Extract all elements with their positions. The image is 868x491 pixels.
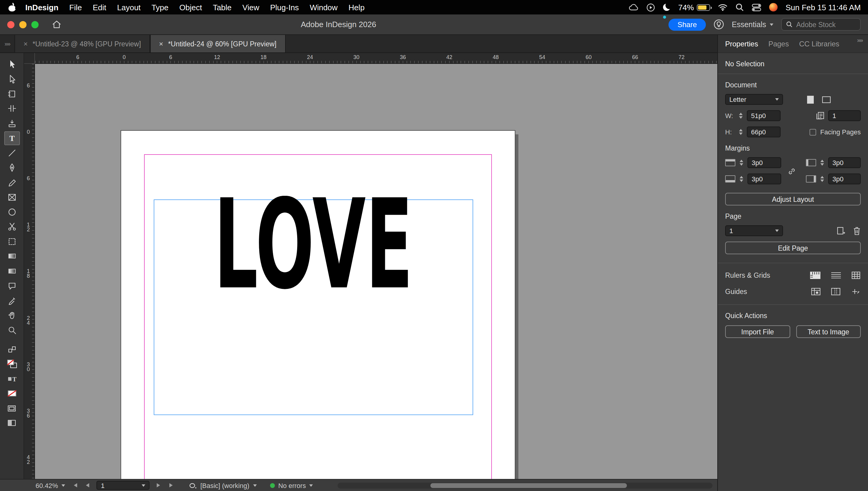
link-margins-icon[interactable] [788,168,796,176]
menu-item[interactable]: Window [304,3,343,12]
creative-cloud-icon[interactable] [629,3,638,11]
selection-tool[interactable] [4,57,20,71]
bottom-margin-stepper[interactable] [738,176,745,182]
gradient-feather-tool[interactable] [4,264,20,278]
horizontal-scrollbar[interactable] [338,483,712,489]
home-icon[interactable] [52,20,61,29]
menu-item[interactable]: Type [146,3,174,12]
tab-properties[interactable]: Properties [725,39,758,48]
content-collector-tool[interactable] [4,116,20,130]
previous-page-button[interactable] [83,481,92,490]
free-transform-tool[interactable] [4,234,20,248]
type-tool[interactable]: T [4,131,20,145]
apple-menu-icon[interactable] [8,3,16,12]
baseline-grid-icon[interactable] [831,271,841,280]
fill-stroke-swatches[interactable] [4,357,20,371]
formatting-affects-icons[interactable]: T [4,372,20,385]
pages-count-field[interactable]: 1 [828,110,861,121]
text-frame[interactable]: LOVE [154,199,473,415]
width-field[interactable]: 51p0 [747,110,781,121]
show-rulers-icon[interactable] [810,271,821,280]
import-file-button[interactable]: Import File [725,325,790,338]
close-tab-icon[interactable]: × [24,40,28,47]
text-to-image-button[interactable]: Text to Image [796,325,861,338]
control-center-icon[interactable] [752,3,761,11]
height-field[interactable]: 66p0 [747,126,781,137]
workspace-switcher[interactable]: Essentials [732,20,773,29]
height-stepper[interactable] [738,129,744,135]
menu-item[interactable]: View [237,3,264,12]
app-menu-indesign[interactable]: InDesign [20,3,64,12]
horizontal-ruler[interactable]: 6061218243036424854606672 [35,53,717,64]
menu-item[interactable]: Table [207,3,237,12]
minimize-window-button[interactable] [19,21,27,28]
left-margin-field[interactable]: 3p0 [828,157,861,168]
delete-page-trash-icon[interactable] [853,226,861,235]
rectangle-frame-tool[interactable] [4,190,20,204]
page-number-field[interactable]: 1 [97,481,150,490]
media-play-icon[interactable] [646,3,655,12]
top-margin-stepper[interactable] [738,160,745,166]
note-tool[interactable] [4,279,20,292]
right-margin-stepper[interactable] [819,176,825,182]
facing-pages-checkbox[interactable] [809,128,816,135]
screen-mode-icon[interactable] [4,401,20,415]
document-tab-untitled-24[interactable]: × *Untitled-24 @ 60% [GPU Preview] [150,35,286,52]
add-page-icon[interactable] [837,226,846,235]
menu-item[interactable]: Layout [112,3,146,12]
close-window-button[interactable] [7,21,15,28]
top-margin-field[interactable]: 3p0 [748,157,781,168]
document-grid-icon[interactable] [851,271,861,280]
edit-page-button[interactable]: Edit Page [725,241,861,254]
horizontal-scrollbar-thumb[interactable] [430,483,627,488]
first-page-button[interactable] [70,481,79,490]
ellipse-tool[interactable] [4,205,20,219]
menu-item[interactable]: Edit [87,3,112,12]
zoom-window-button[interactable] [31,21,38,28]
tab-overflow-chevrons-icon[interactable]: »» [0,35,15,52]
menu-item[interactable]: Object [174,3,207,12]
adjust-layout-button[interactable]: Adjust Layout [725,193,861,205]
line-tool[interactable] [4,146,20,160]
tab-pages[interactable]: Pages [768,39,789,48]
pen-tool[interactable] [4,161,20,174]
preview-mode-icon[interactable] [4,416,20,430]
focus-moon-icon[interactable] [663,4,670,11]
spotlight-search-icon[interactable] [735,3,744,11]
menu-item[interactable]: Plug-Ins [264,3,304,12]
tab-cc-libraries[interactable]: CC Libraries [799,39,839,48]
right-margin-field[interactable]: 3p0 [828,174,861,184]
smart-guides-icon[interactable] [850,287,861,296]
zoom-tool[interactable] [4,323,20,337]
menu-item[interactable]: Help [343,3,370,12]
preflight-status[interactable]: No errors [270,482,313,489]
discover-lightbulb-icon[interactable] [714,19,724,30]
share-button[interactable]: Share [669,18,706,30]
adobe-stock-search-input[interactable]: Adobe Stock [781,18,861,31]
next-page-button[interactable] [155,481,163,490]
current-page-select[interactable]: 1 [725,225,783,236]
width-stepper[interactable] [738,113,744,119]
preflight-menu[interactable]: [Basic] (working) [190,482,257,489]
colorful-app-icon[interactable] [769,3,778,11]
menu-bar-clock[interactable]: Sun Feb 15 11:46 AM [785,3,861,12]
close-tab-icon[interactable]: × [159,40,163,47]
gap-tool[interactable] [4,102,20,115]
bottom-margin-field[interactable]: 3p0 [748,174,781,184]
vertical-ruler[interactable]: 6061 21 82 43 03 64 2 [24,64,35,479]
column-guides-icon[interactable] [831,287,841,296]
panel-collapse-chevrons-icon[interactable]: »» [857,37,863,44]
pencil-tool[interactable] [4,175,20,189]
eyedropper-tool[interactable] [4,293,20,307]
page-size-select[interactable]: Letter [725,94,783,105]
document-page[interactable]: LOVE [121,131,515,479]
landscape-orientation-icon[interactable] [821,95,831,103]
show-guides-icon[interactable] [811,287,821,296]
document-tab-untitled-23[interactable]: × *Untitled-23 @ 48% [GPU Preview] [15,35,150,52]
scissors-tool[interactable] [4,220,20,233]
battery-indicator[interactable]: 74% [678,3,710,12]
last-page-button[interactable] [168,481,176,490]
wifi-icon[interactable] [718,4,728,11]
page-tool[interactable] [4,87,20,100]
swap-fill-stroke-icon[interactable] [4,342,20,356]
